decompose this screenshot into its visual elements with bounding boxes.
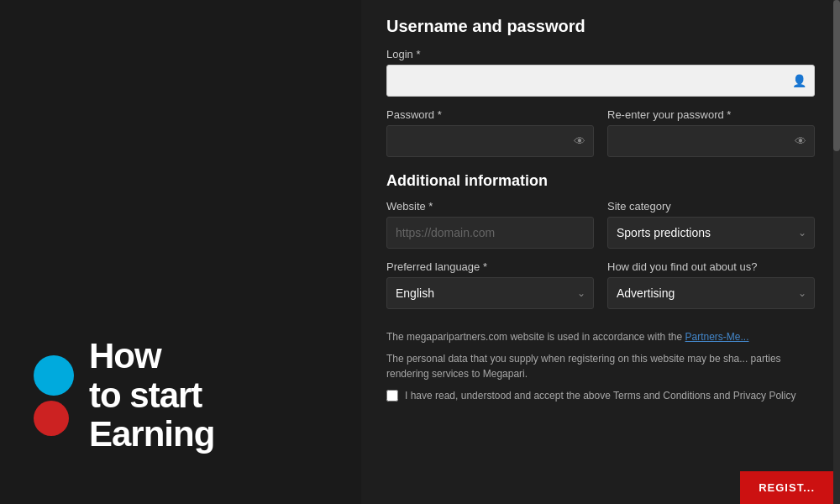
brand-line1: How bbox=[89, 336, 161, 375]
eye-icon-2: 👁 bbox=[795, 134, 806, 148]
website-label: Website * bbox=[386, 200, 594, 213]
checkbox-label: I have read, understood and accept the a… bbox=[405, 388, 795, 403]
terms-para2: The personal data that you supply when r… bbox=[386, 351, 815, 381]
repassword-group: Re-enter your password * 👁 bbox=[607, 108, 815, 157]
login-group: Login * 👤 bbox=[386, 48, 815, 97]
form-container: Username and password Login * 👤 Password… bbox=[361, 0, 840, 420]
login-input-wrapper: 👤 bbox=[386, 65, 815, 97]
repassword-label: Re-enter your password * bbox=[607, 108, 815, 121]
login-label: Login * bbox=[386, 48, 815, 60]
dots-container bbox=[34, 355, 74, 436]
site-category-label: Site category bbox=[607, 200, 815, 213]
website-input[interactable] bbox=[386, 217, 594, 249]
red-dot-icon bbox=[34, 401, 69, 436]
scrollbar[interactable] bbox=[833, 0, 840, 504]
how-find-select-wrapper: Advertising Search Engine Social Media O… bbox=[607, 277, 815, 309]
how-find-select[interactable]: Advertising Search Engine Social Media O… bbox=[607, 277, 815, 309]
preferred-language-label: Preferred language * bbox=[386, 260, 594, 273]
section1-title: Username and password bbox=[386, 17, 815, 36]
password-label: Password * bbox=[386, 108, 594, 121]
repassword-input-wrapper: 👁 bbox=[607, 125, 815, 157]
terms-para1: The megaparipartners.com website is used… bbox=[386, 329, 815, 344]
scrollbar-thumb[interactable] bbox=[833, 0, 840, 151]
brand-line3: Earning bbox=[89, 414, 214, 454]
eye-icon: 👁 bbox=[574, 134, 585, 148]
terms-link[interactable]: Partners-Me... bbox=[685, 331, 749, 343]
website-input-wrapper bbox=[386, 217, 594, 249]
brand-area: How to start Earning bbox=[34, 337, 336, 454]
password-group: Password * 👁 bbox=[386, 108, 594, 157]
site-category-select[interactable]: Sports predictions Casino Betting Other bbox=[607, 217, 815, 249]
repassword-input[interactable] bbox=[607, 125, 815, 157]
register-button[interactable]: REGIST... bbox=[740, 471, 833, 504]
left-panel: How to start Earning bbox=[0, 0, 370, 504]
section2-title: Additional information bbox=[386, 172, 815, 190]
password-row: Password * 👁 Re-enter your password * 👁 bbox=[386, 108, 815, 169]
terms-section: The megaparipartners.com website is used… bbox=[386, 329, 815, 403]
site-category-select-wrapper: Sports predictions Casino Betting Other … bbox=[607, 217, 815, 249]
terms-checkbox-row: I have read, understood and accept the a… bbox=[386, 388, 815, 403]
language-select-wrapper: English Russian Spanish French ⌄ bbox=[386, 277, 594, 309]
how-find-group: How did you find out about us? Advertisi… bbox=[607, 260, 815, 309]
site-category-group: Site category Sports predictions Casino … bbox=[607, 200, 815, 249]
brand-tagline: How to start Earning bbox=[89, 337, 214, 454]
password-input[interactable] bbox=[386, 125, 594, 157]
preferred-language-group: Preferred language * English Russian Spa… bbox=[386, 260, 594, 309]
language-select[interactable]: English Russian Spanish French bbox=[386, 277, 594, 309]
language-howfind-row: Preferred language * English Russian Spa… bbox=[386, 260, 815, 321]
login-input[interactable] bbox=[386, 65, 815, 97]
password-input-wrapper: 👁 bbox=[386, 125, 594, 157]
website-group: Website * bbox=[386, 200, 594, 249]
user-icon: 👤 bbox=[792, 74, 806, 87]
terms-checkbox[interactable] bbox=[386, 390, 398, 402]
brand-line2: to start bbox=[89, 375, 202, 415]
right-panel: Username and password Login * 👤 Password… bbox=[361, 0, 840, 504]
website-category-row: Website * Site category Sports predictio… bbox=[386, 200, 815, 260]
blue-dot-icon bbox=[34, 355, 74, 396]
how-find-label: How did you find out about us? bbox=[607, 260, 815, 273]
